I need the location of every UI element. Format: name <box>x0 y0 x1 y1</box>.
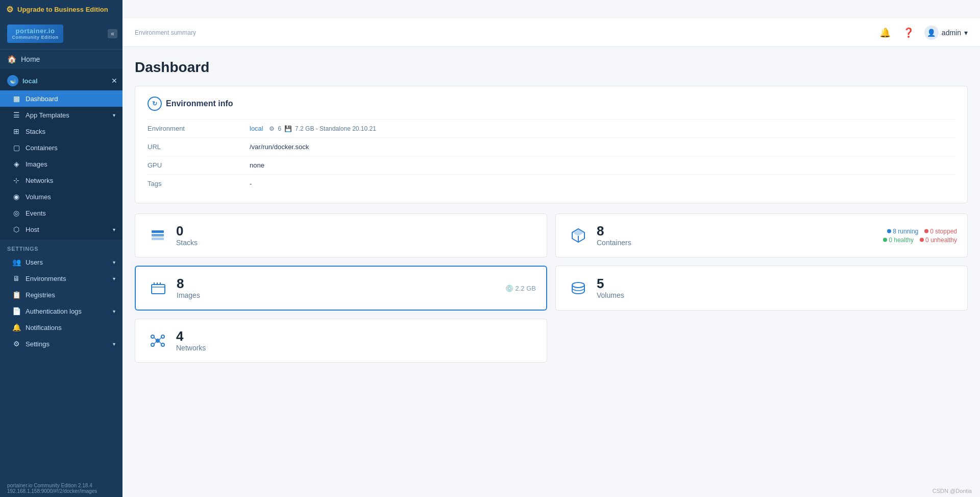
username-label: admin <box>942 29 961 37</box>
environment-info-card: ↻ Environment info Environment local ⚙ 6… <box>135 86 968 203</box>
sidebar-item-stacks[interactable]: ⊞ Stacks <box>0 123 122 139</box>
env-value-tags: - <box>250 180 252 187</box>
env-icon: 🐋 <box>7 75 18 86</box>
svg-marker-4 <box>572 229 584 236</box>
env-label-tags: Tags <box>148 180 250 187</box>
stat-card-images[interactable]: 8 Images 💿 2.2 GB <box>135 266 547 311</box>
upgrade-banner[interactable]: ⚙ Upgrade to Business Edition <box>0 0 122 18</box>
copyright-text: CSDN @Dontia <box>933 488 972 494</box>
avatar: 👤 <box>924 26 939 40</box>
sidebar-item-label: Environments <box>26 275 66 282</box>
notifications-bell-button[interactable]: 🔔 <box>877 25 893 40</box>
volumes-count: 5 <box>597 277 624 290</box>
portainer-logo: portainer.io Community Edition <box>7 25 63 43</box>
sidebar-item-registries[interactable]: 📋 Registries <box>0 287 122 303</box>
app-templates-icon: ☰ <box>12 111 20 119</box>
user-menu[interactable]: 👤 admin ▾ <box>924 26 968 40</box>
events-icon: ◎ <box>12 209 20 217</box>
containers-stat-info: 8 Containers <box>597 224 631 247</box>
networks-stat-icon <box>148 330 168 351</box>
images-size: 💿 2.2 GB <box>505 285 536 292</box>
footer-url: 192.168.1.158:9000/#!/2/docker/images <box>7 488 97 494</box>
sidebar-item-dashboard[interactable]: ▦ Dashboard <box>0 90 122 107</box>
running-badge: 8 running <box>887 228 918 235</box>
memory-icon: 💾 <box>284 125 292 132</box>
networks-label: Networks <box>176 344 206 352</box>
svg-rect-6 <box>152 285 165 294</box>
env-close-button[interactable]: ✕ <box>111 77 117 85</box>
env-row-tags: Tags - <box>148 174 955 193</box>
unhealthy-dot <box>920 238 924 242</box>
sidebar-collapse-button[interactable]: « <box>108 29 117 38</box>
unhealthy-badge: 0 unhealthy <box>920 236 957 244</box>
stacks-stat-info: 0 Stacks <box>176 224 198 247</box>
env-name-link[interactable]: local <box>250 125 263 132</box>
sidebar-item-notifications[interactable]: 🔔 Notifications <box>0 319 122 336</box>
env-meta: ⚙ 6 💾 7.2 GB - Standalone 20.10.21 <box>269 125 376 132</box>
sidebar-item-label: Containers <box>26 144 58 152</box>
sidebar-item-label: Networks <box>26 177 53 184</box>
env-value-url: /var/run/docker.sock <box>250 143 309 151</box>
sidebar-item-label: Users <box>26 258 43 266</box>
volumes-icon: ◉ <box>12 193 20 201</box>
sidebar-item-events[interactable]: ◎ Events <box>0 205 122 221</box>
stacks-icon: ⊞ <box>12 127 20 135</box>
svg-point-15 <box>151 343 154 346</box>
host-icon: ⬡ <box>12 225 20 233</box>
env-row-environment: Environment local ⚙ 6 💾 7.2 GB - Standal… <box>148 119 955 137</box>
volumes-stat-info: 5 Volumes <box>597 277 624 299</box>
svg-rect-0 <box>152 238 164 240</box>
sidebar-item-label: Dashboard <box>26 95 58 103</box>
notifications-icon: 🔔 <box>12 323 20 332</box>
sidebar-item-volumes[interactable]: ◉ Volumes <box>0 188 122 205</box>
dashboard-icon: ▦ <box>12 94 20 103</box>
sidebar-item-label: Settings <box>26 340 50 348</box>
healthy-unhealthy-badges: 0 healthy 0 unhealthy <box>883 236 957 244</box>
sidebar-item-images[interactable]: ◈ Images <box>0 156 122 172</box>
main-header: Environment summary 🔔 ❓ 👤 admin ▾ <box>122 18 980 47</box>
running-dot <box>887 229 891 233</box>
upgrade-icon: ⚙ <box>6 5 13 14</box>
sidebar-item-containers[interactable]: ▢ Containers <box>0 139 122 156</box>
env-info-icon: ↻ <box>148 97 162 111</box>
sidebar-item-auth-logs[interactable]: 📄 Authentication logs ▾ <box>0 303 122 319</box>
stacks-stat-icon <box>148 225 168 246</box>
version-label: portainer.io Community Edition 2.18.4 <box>7 483 97 488</box>
sidebar-item-label: Images <box>26 160 47 168</box>
stat-card-volumes[interactable]: 5 Volumes <box>555 266 968 311</box>
sidebar-item-label: Stacks <box>26 128 45 135</box>
sidebar-item-environments[interactable]: 🖥 Environments ▾ <box>0 270 122 287</box>
containers-badges: 8 running 0 stopped 0 healthy 0 unhe <box>883 228 957 244</box>
sidebar-item-home[interactable]: 🏠 Home <box>0 50 122 69</box>
sidebar-env-header: 🐋 local ✕ <box>0 71 122 90</box>
stacks-label: Stacks <box>176 239 198 247</box>
containers-stat-icon <box>568 225 589 246</box>
registries-icon: 📋 <box>12 291 20 299</box>
sidebar-footer: portainer.io Community Edition 2.18.4 19… <box>0 480 122 497</box>
stat-card-containers[interactable]: 8 Containers 8 running 0 stopped <box>555 214 968 257</box>
sidebar-item-settings[interactable]: ⚙ Settings ▾ <box>0 336 122 352</box>
stat-card-stacks[interactable]: 0 Stacks <box>135 214 547 257</box>
sidebar-item-label: App Templates <box>26 111 69 119</box>
svg-rect-2 <box>152 230 164 233</box>
env-name: local <box>22 77 38 85</box>
page-body: Dashboard ↻ Environment info Environment… <box>122 47 980 497</box>
sidebar-item-networks[interactable]: ⊹ Networks <box>0 172 122 188</box>
sidebar-item-app-templates[interactable]: ☰ App Templates ▾ <box>0 107 122 123</box>
svg-point-14 <box>161 335 164 338</box>
sidebar-item-host[interactable]: ⬡ Host ▾ <box>0 221 122 238</box>
containers-label: Containers <box>597 239 631 247</box>
sidebar-item-users[interactable]: 👥 Users ▾ <box>0 254 122 270</box>
env-label-url: URL <box>148 143 250 151</box>
stacks-count: 0 <box>176 224 198 238</box>
chevron-down-icon: ▾ <box>113 276 115 281</box>
home-label: Home <box>21 55 40 63</box>
help-button[interactable]: ❓ <box>901 25 916 40</box>
svg-point-11 <box>572 282 584 288</box>
svg-line-18 <box>159 338 161 340</box>
chevron-down-icon: ▾ <box>113 341 115 347</box>
stopped-dot <box>924 229 928 233</box>
sidebar-item-label: Notifications <box>26 324 62 332</box>
svg-point-13 <box>151 335 154 338</box>
stat-card-networks[interactable]: 4 Networks <box>135 319 547 363</box>
